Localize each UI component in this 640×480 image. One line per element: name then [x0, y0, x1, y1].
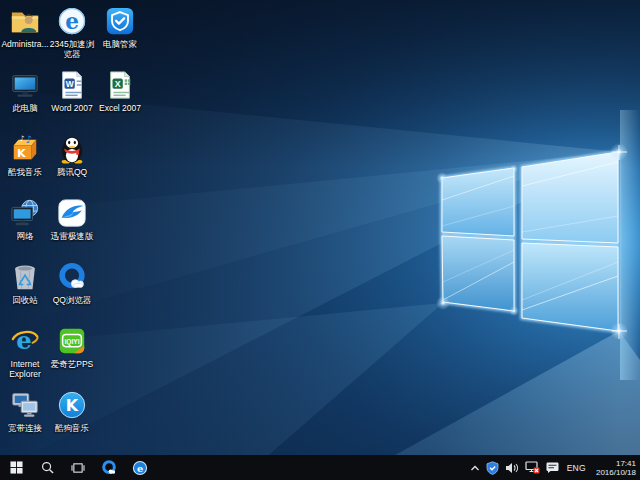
desktop-icon-label: Excel 2007 [96, 103, 144, 113]
taskbar: e [0, 455, 640, 480]
svg-text:e: e [65, 9, 79, 34]
desktop-icon-label: 爱奇艺PPS [48, 359, 96, 369]
internet-explorer-icon: e [1, 326, 49, 356]
broadband-connection-icon [1, 390, 49, 420]
desktop-icon-label: 此电脑 [1, 103, 49, 113]
desktop-icon-label: QQ浏览器 [48, 295, 96, 305]
kuwo-music-box-icon: K ♪ ♪ [1, 134, 49, 164]
desktop-icon-excel-2007[interactable]: X Excel 2007 [96, 70, 144, 113]
desktop-icon-label: 宽带连接 [1, 423, 49, 433]
recycle-bin-icon [1, 262, 49, 292]
task-view-icon [71, 462, 85, 474]
desktop-icon-thunder[interactable]: 迅雷极速版 [48, 198, 96, 241]
tray-clock[interactable]: 17:41 2016/10/18 [594, 459, 636, 477]
tray-pc-manager[interactable] [486, 455, 499, 480]
desktop-icon-label: 电脑管家 [96, 39, 144, 49]
2345-browser-icon: e [48, 6, 96, 36]
excel-document-icon: X [96, 70, 144, 100]
tray-ime[interactable] [546, 455, 559, 480]
desktop-icon-label: Internet Explorer [1, 359, 49, 379]
desktop-icon-label: Administra... [1, 39, 49, 49]
svg-text:e: e [137, 462, 143, 473]
desktop-icon-qq-browser[interactable]: QQ浏览器 [48, 262, 96, 305]
ime-message-icon [546, 462, 559, 473]
desktop-icon-label: 2345加速浏览器 [48, 39, 96, 59]
search-button[interactable] [33, 455, 61, 480]
taskbar-left: e [0, 455, 157, 480]
tray-volume[interactable] [505, 455, 519, 480]
desktop-icon-this-pc[interactable]: 此电脑 [1, 70, 49, 113]
svg-text:iQIYI: iQIYI [65, 338, 80, 346]
start-icon [10, 461, 23, 474]
svg-text:X: X [115, 79, 121, 89]
svg-text:e: e [16, 326, 32, 355]
desktop-icon-label: 酷我音乐 [1, 167, 49, 177]
volume-icon [505, 462, 519, 474]
tray-network[interactable] [525, 455, 540, 480]
desktop-icon-2345-browser[interactable]: e 2345加速浏览器 [48, 6, 96, 59]
desktop-icon-tencent-qq[interactable]: 腾讯QQ [48, 134, 96, 177]
desktop-icon-label: 腾讯QQ [48, 167, 96, 177]
qq-browser-cloud-icon [48, 262, 96, 292]
thunder-bird-icon [48, 198, 96, 228]
desktop-icon-kugou-music[interactable]: K 酷狗音乐 [48, 390, 96, 433]
desktop-icon-pc-manager[interactable]: 电脑管家 [96, 6, 144, 49]
desktop-icon-internet-explorer[interactable]: e Internet Explorer [1, 326, 49, 379]
2345-browser-taskbar-icon: e [132, 460, 148, 476]
chevron-up-icon [470, 464, 480, 472]
qq-browser-taskbar-icon [101, 460, 117, 476]
windows-desktop: Administra... e 2345加速浏览器 电脑管家 [0, 0, 640, 480]
svg-text:K: K [66, 396, 79, 415]
task-view-button[interactable] [64, 455, 92, 480]
taskbar-qq-browser-button[interactable] [95, 455, 123, 480]
network-disconnected-icon [525, 461, 540, 474]
svg-text:♪: ♪ [25, 134, 32, 145]
desktop-icon-label: 迅雷极速版 [48, 231, 96, 241]
tray-clock-date: 2016/10/18 [596, 468, 636, 477]
tray-language-indicator[interactable]: ENG [565, 455, 588, 480]
desktop-icon-kuwo-music[interactable]: K ♪ ♪ 酷我音乐 [1, 134, 49, 177]
svg-text:♪: ♪ [20, 134, 25, 143]
desktop-icon-label: 网络 [1, 231, 49, 241]
tray-show-hidden-icons[interactable] [470, 455, 480, 480]
tray-clock-time: 17:41 [596, 459, 636, 468]
iqiyi-pps-icon: iQIYI [48, 326, 96, 356]
desktop-icon-broadband[interactable]: 宽带连接 [1, 390, 49, 433]
network-globe-monitor-icon [1, 198, 49, 228]
desktop-icon-administrator[interactable]: Administra... [1, 6, 49, 49]
kugou-music-icon: K [48, 390, 96, 420]
desktop-icon-network[interactable]: 网络 [1, 198, 49, 241]
desktop-icon-label: Word 2007 [48, 103, 96, 113]
desktop-icon-iqiyi-pps[interactable]: iQIYI 爱奇艺PPS [48, 326, 96, 369]
user-folder-icon [1, 6, 49, 36]
desktop-icon-label: 回收站 [1, 295, 49, 305]
system-tray: ENG 17:41 2016/10/18 [470, 455, 640, 480]
word-document-icon: W [48, 70, 96, 100]
search-icon [41, 461, 54, 474]
svg-text:K: K [17, 147, 27, 160]
start-button[interactable] [2, 455, 30, 480]
pc-manager-tray-shield-icon [486, 461, 499, 475]
svg-text:W: W [66, 79, 74, 89]
desktop-icon-recycle-bin[interactable]: 回收站 [1, 262, 49, 305]
pc-manager-shield-icon [96, 6, 144, 36]
desktop-icon-word-2007[interactable]: W Word 2007 [48, 70, 96, 113]
taskbar-2345-browser-button[interactable]: e [126, 455, 154, 480]
qq-penguin-icon [48, 134, 96, 164]
this-pc-icon [1, 70, 49, 100]
desktop-icon-label: 酷狗音乐 [48, 423, 96, 433]
